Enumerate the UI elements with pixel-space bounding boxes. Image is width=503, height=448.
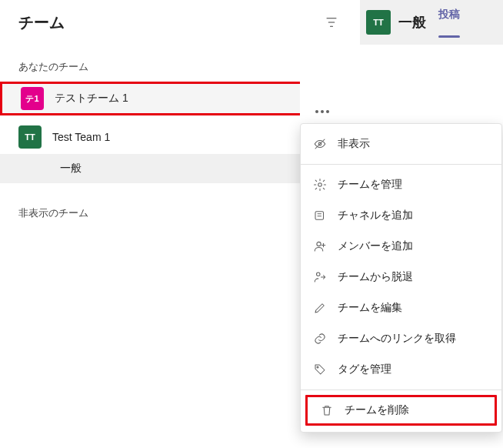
team-avatar: テ1	[21, 87, 44, 110]
menu-label: メンバーを追加	[338, 239, 413, 253]
svg-point-10	[317, 366, 318, 368]
menu-label: チームを削除	[345, 403, 409, 417]
team-row-test-team-jp[interactable]: テ1 テストチーム 1	[0, 82, 300, 115]
svg-rect-3	[315, 212, 324, 220]
menu-edit-team[interactable]: チームを編集	[301, 293, 501, 323]
leave-icon	[313, 270, 327, 284]
filter-button[interactable]	[318, 9, 345, 35]
team-name-label: テストチーム 1	[55, 92, 128, 105]
svg-point-2	[318, 183, 322, 187]
team-name-label: Test Team 1	[52, 131, 110, 143]
gear-icon	[313, 178, 327, 192]
filter-icon	[325, 15, 338, 29]
tag-icon	[313, 363, 327, 376]
pencil-icon	[313, 301, 327, 315]
trash-icon	[320, 403, 334, 417]
team-avatar: TT	[18, 125, 42, 149]
more-horizontal-icon	[315, 110, 329, 113]
team-context-menu: 非表示 チームを管理 チャネルを追加 メンバーを追加 チームから脱退 チームを編…	[300, 123, 502, 433]
tab-posts[interactable]: 投稿	[434, 8, 465, 22]
menu-get-link[interactable]: チームへのリンクを取得	[301, 323, 501, 354]
menu-manage-tags[interactable]: タグを管理	[301, 354, 501, 385]
menu-label: タグを管理	[338, 363, 391, 376]
menu-label: チームから脱退	[338, 270, 413, 284]
section-your-teams: あなたのチーム	[0, 45, 503, 82]
link-icon	[313, 332, 327, 346]
menu-hide[interactable]: 非表示	[301, 129, 501, 159]
eye-off-icon	[313, 137, 327, 151]
svg-point-9	[317, 272, 321, 276]
menu-separator	[301, 164, 501, 165]
menu-label: チームを管理	[338, 178, 402, 192]
channel-general[interactable]: 一般	[0, 154, 300, 183]
channel-name: 一般	[398, 13, 426, 32]
channel-avatar: TT	[366, 10, 391, 35]
menu-separator	[301, 389, 501, 390]
menu-leave-team[interactable]: チームから脱退	[301, 262, 501, 293]
menu-label: チームへのリンクを取得	[338, 332, 456, 346]
menu-add-channel[interactable]: チャネルを追加	[301, 200, 501, 231]
menu-add-member[interactable]: メンバーを追加	[301, 231, 501, 262]
menu-manage-team[interactable]: チームを管理	[301, 169, 501, 200]
menu-label: 非表示	[338, 137, 370, 151]
page-title: チーム	[0, 12, 318, 33]
menu-delete-team[interactable]: チームを削除	[305, 395, 497, 426]
person-add-icon	[313, 239, 327, 253]
menu-label: チームを編集	[338, 301, 402, 315]
tab-active-indicator	[438, 35, 460, 38]
svg-point-6	[317, 242, 321, 246]
team-more-options-button[interactable]	[308, 97, 337, 126]
menu-label: チャネルを追加	[338, 209, 413, 222]
channel-add-icon	[313, 209, 327, 222]
